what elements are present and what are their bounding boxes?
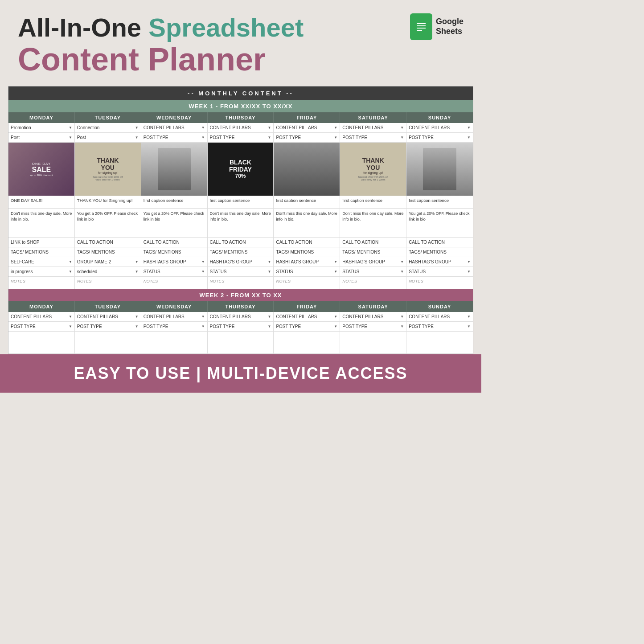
w2-pt-row: POST TYPE▼ POST TYPE▼ POST TYPE▼ POST TY… xyxy=(8,322,473,332)
dropdown-icon: ▼ xyxy=(135,126,139,130)
w2-cp-tue[interactable]: CONTENT PILLARS▼ xyxy=(75,312,141,322)
cp-tue[interactable]: Connection ▼ xyxy=(75,123,141,133)
pt-sat[interactable]: POST TYPE ▼ xyxy=(340,133,406,143)
st-wed[interactable]: STATUS ▼ xyxy=(141,267,208,277)
img-sunday xyxy=(406,143,473,196)
dropdown-icon: ▼ xyxy=(268,135,271,139)
day-headers-row: MONDAY TUESDAY WEDNESDAY THURSDAY FRIDAY… xyxy=(8,112,473,123)
dropdown-icon: ▼ xyxy=(268,324,271,328)
img-friday xyxy=(274,143,340,196)
ht-sun[interactable]: HASHTAG'S GROUP ▼ xyxy=(406,257,473,267)
w2-pt-mon[interactable]: POST TYPE▼ xyxy=(8,322,75,332)
w2-pt-tue[interactable]: POST TYPE▼ xyxy=(75,322,141,332)
ht-mon[interactable]: SELFCARE ▼ xyxy=(8,257,75,267)
day-thursday: THURSDAY xyxy=(208,112,274,123)
cta-wed: CALL TO ACTION xyxy=(141,238,208,247)
headline-green: Spreadsheet xyxy=(148,13,304,42)
st-fri[interactable]: STATUS ▼ xyxy=(274,267,340,277)
w2-empty-tue xyxy=(75,332,141,354)
bt-mon: Don't miss this one day sale. More info … xyxy=(8,209,75,238)
w2-cp-thu[interactable]: CONTENT PILLARS▼ xyxy=(208,312,274,322)
day2-sunday: SUNDAY xyxy=(406,301,473,312)
w2-pt-wed[interactable]: POST TYPE▼ xyxy=(141,322,208,332)
pt-thu[interactable]: POST TYPE ▼ xyxy=(208,133,274,143)
st-sat[interactable]: STATUS ▼ xyxy=(340,267,406,277)
dropdown-icon: ▼ xyxy=(334,260,337,264)
cp-sun[interactable]: CONTENT PILLARS ▼ xyxy=(406,123,473,133)
cta-fri: CALL TO ACTION xyxy=(274,238,340,247)
day2-wednesday: WEDNESDAY xyxy=(141,301,208,312)
cp-mon[interactable]: Promotion ▼ xyxy=(8,123,75,133)
footer-text: EASY TO USE | MULTI-DEVICE ACCESS xyxy=(0,364,481,383)
w2-cp-wed[interactable]: CONTENT PILLARS▼ xyxy=(141,312,208,322)
ht-tue[interactable]: GROUP NAME 2 ▼ xyxy=(75,257,141,267)
pt-tue[interactable]: Post ▼ xyxy=(75,133,141,143)
tags-sat: TAGS/ MENTIONS xyxy=(340,247,406,257)
cta-row: LINK to SHOP CALL TO ACTION CALL TO ACTI… xyxy=(8,238,473,247)
dropdown-icon: ▼ xyxy=(201,315,205,319)
notes-wed: NOTES xyxy=(141,277,208,289)
dropdown-icon: ▼ xyxy=(69,270,72,274)
dropdown-icon: ▼ xyxy=(467,315,471,319)
ht-sat[interactable]: HASHTAG'S GROUP ▼ xyxy=(340,257,406,267)
w2-empty-thu xyxy=(208,332,274,354)
dropdown-icon: ▼ xyxy=(201,260,205,264)
post-type-row: Post ▼ Post ▼ POST TYPE ▼ POST TYPE ▼ PO… xyxy=(8,133,473,143)
dropdown-icon: ▼ xyxy=(135,260,139,264)
tags-mon: TAGS/ MENTIONS xyxy=(8,247,75,257)
ht-thu[interactable]: HASHTAG'S GROUP ▼ xyxy=(208,257,274,267)
fc-thu: first caption sentence xyxy=(208,196,274,209)
cp-fri[interactable]: CONTENT PILLARS ▼ xyxy=(274,123,340,133)
st-mon[interactable]: in progress ▼ xyxy=(8,267,75,277)
pt-fri[interactable]: POST TYPE ▼ xyxy=(274,133,340,143)
w2-cp-mon[interactable]: CONTENT PILLARS▼ xyxy=(8,312,75,322)
cp-sat[interactable]: CONTENT PILLARS ▼ xyxy=(340,123,406,133)
dropdown-icon: ▼ xyxy=(400,260,404,264)
dropdown-icon: ▼ xyxy=(69,324,72,328)
dropdown-icon: ▼ xyxy=(69,135,72,139)
bt-fri: Don't miss this one day sale. More info … xyxy=(274,209,340,238)
bt-sun: You get a 20% OFF. Please check link in … xyxy=(406,209,473,238)
dropdown-icon: ▼ xyxy=(334,324,337,328)
w2-pt-sun[interactable]: POST TYPE▼ xyxy=(406,322,473,332)
headline-black: All-In-One xyxy=(18,13,141,42)
day-monday: MONDAY xyxy=(8,112,75,123)
w2-pt-fri[interactable]: POST TYPE▼ xyxy=(274,322,340,332)
w2-empty-row xyxy=(8,332,473,354)
pt-mon[interactable]: Post ▼ xyxy=(8,133,75,143)
img-wednesday xyxy=(141,143,208,196)
day2-saturday: SATURDAY xyxy=(340,301,406,312)
w2-cp-sun[interactable]: CONTENT PILLARS▼ xyxy=(406,312,473,322)
w2-empty-fri xyxy=(274,332,340,354)
dropdown-icon: ▼ xyxy=(201,324,205,328)
w2-cp-sat[interactable]: CONTENT PILLARS▼ xyxy=(340,312,406,322)
st-thu[interactable]: STATUS ▼ xyxy=(208,267,274,277)
dropdown-icon: ▼ xyxy=(268,260,271,264)
day2-monday: MONDAY xyxy=(8,301,75,312)
pt-sun[interactable]: POST TYPE ▼ xyxy=(406,133,473,143)
cta-mon: LINK to SHOP xyxy=(8,238,75,247)
w2-pt-thu[interactable]: POST TYPE▼ xyxy=(208,322,274,332)
svg-rect-4 xyxy=(417,30,422,31)
dropdown-icon: ▼ xyxy=(334,315,337,319)
ht-fri[interactable]: HASHTAG'S GROUP ▼ xyxy=(274,257,340,267)
w2-cp-fri[interactable]: CONTENT PILLARS▼ xyxy=(274,312,340,322)
week1-header: WEEK 1 - FROM XX/XX TO XX/XX xyxy=(8,100,473,112)
st-sun[interactable]: STATUS ▼ xyxy=(406,267,473,277)
hashtags-row: SELFCARE ▼ GROUP NAME 2 ▼ HASHTAG'S GROU… xyxy=(8,257,473,267)
notes-row: NOTES NOTES NOTES NOTES NOTES NOTES NOTE… xyxy=(8,277,473,289)
img-saturday: THANK YOU for signing up! Special offer … xyxy=(340,143,406,196)
cp-wed[interactable]: CONTENT PILLARS ▼ xyxy=(141,123,208,133)
ht-wed[interactable]: HASHTAG'S GROUP ▼ xyxy=(141,257,208,267)
dropdown-icon: ▼ xyxy=(400,270,404,274)
dropdown-icon: ▼ xyxy=(135,270,139,274)
pt-wed[interactable]: POST TYPE ▼ xyxy=(141,133,208,143)
headline-line2: Content Planner xyxy=(18,42,464,77)
day-sunday: SUNDAY xyxy=(406,112,473,123)
dropdown-icon: ▼ xyxy=(69,126,72,130)
tags-thu: TAGS/ MENTIONS xyxy=(208,247,274,257)
dropdown-icon: ▼ xyxy=(467,324,471,328)
w2-pt-sat[interactable]: POST TYPE▼ xyxy=(340,322,406,332)
cp-thu[interactable]: CONTENT PILLARS ▼ xyxy=(208,123,274,133)
st-tue[interactable]: scheduled ▼ xyxy=(75,267,141,277)
